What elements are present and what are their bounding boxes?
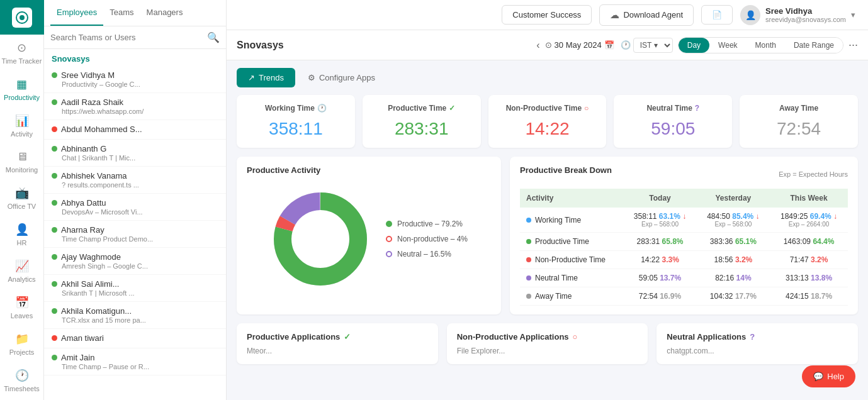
status-dot (52, 72, 57, 78)
breakdown-card: Productive Break Down Exp = Expected Hou… (510, 157, 858, 314)
middle-row: Productive Activity (237, 157, 858, 314)
row-dot (526, 218, 531, 223)
range-week-button[interactable]: Week (709, 38, 746, 53)
team-label: Snovasys (44, 49, 226, 66)
status-dot (52, 173, 57, 179)
non-productive-apps-label: Non-Productive Applications (457, 332, 569, 342)
status-dot (52, 227, 57, 233)
configure-icon: ⚙ (308, 73, 315, 82)
range-daterange-button[interactable]: Date Range (785, 38, 843, 53)
nav-item-monitoring[interactable]: 🖥 Monitoring (0, 144, 43, 180)
sub-topbar: ↗ Trends ⚙ Configure Apps (237, 68, 858, 87)
nav-item-projects[interactable]: 📁 Projects (0, 326, 43, 362)
prev-date-button[interactable]: ‹ (534, 38, 542, 52)
tab-buttons: ↗ Trends ⚙ Configure Apps (237, 68, 386, 87)
list-item[interactable]: Akhila Komatigun... TCR.xlsx and 15 more… (44, 302, 226, 329)
stats-row: Working Time 🕐 358:11 Productive Time ✓ … (237, 95, 858, 148)
nav-item-timesheets[interactable]: 🕐 Timesheets (0, 362, 43, 399)
breakdown-table: Activity Today Yesterday This Week Worki… (520, 189, 848, 306)
col-yesterday: Yesterday (697, 189, 770, 208)
productive-apps-label: Productive Applications (247, 332, 340, 342)
bottom-row: Productive Applications ✓ Mteor... Non-P… (237, 323, 858, 364)
breakdown-header: Productive Break Down Exp = Expected Hou… (520, 165, 848, 182)
neutral-apps-label: Neutral Applications (667, 332, 746, 342)
list-item[interactable]: Aman tiwari (44, 329, 226, 348)
productive-apps-icon: ✓ (344, 332, 351, 342)
nav-item-analytics[interactable]: 📈 Analytics (0, 253, 43, 289)
calendar-picker-icon[interactable]: 📅 (604, 40, 614, 50)
productivity-icon: ▦ (16, 77, 27, 91)
tab-configure-apps-button[interactable]: ⚙ Configure Apps (296, 68, 386, 87)
col-today: Today (623, 189, 696, 208)
working-time-value: 358:11 (247, 119, 345, 139)
tab-configure-label: Configure Apps (319, 73, 375, 82)
status-dot (52, 99, 57, 105)
status-dot (52, 146, 57, 152)
list-item[interactable]: Abhishek Vanama ? results.component.ts .… (44, 167, 226, 194)
nav-item-productivity[interactable]: ▦ Productivity (0, 71, 43, 108)
user-info: 👤 Sree Vidhya sreevidya@snovasys.com ▾ (740, 5, 855, 25)
tab-teams[interactable]: Teams (103, 0, 140, 26)
tab-managers[interactable]: Managers (140, 0, 189, 26)
nav-label-monitoring: Monitoring (6, 166, 38, 174)
hr-icon: 👤 (15, 223, 29, 236)
list-item[interactable]: Abhinanth G Chat | Srikanth T | Mic... (44, 140, 226, 167)
nav-label-projects: Projects (9, 348, 35, 356)
list-item[interactable]: Ajay Waghmode Amresh Singh – Google C... (44, 248, 226, 275)
nav-label-activity: Activity (11, 130, 33, 138)
list-item[interactable]: Akhil Sai Alimi... Srikanth T | Microsof… (44, 275, 226, 302)
nav-label-office-tv: Office TV (8, 203, 36, 210)
activity-icon: 📊 (15, 114, 29, 128)
download-agent-button[interactable]: ☁ Download Agent (599, 4, 694, 26)
date-display: 30 May 2024 (555, 40, 602, 50)
status-dot (52, 355, 57, 360)
list-item[interactable]: Aharna Ray Time Champ Product Demo... (44, 221, 226, 248)
productive-activity-card: Productive Activity (237, 157, 501, 314)
legend-dot-non-productive (386, 236, 392, 242)
away-time-label: Away Time (779, 104, 818, 113)
tab-trends-button[interactable]: ↗ Trends (237, 68, 295, 87)
search-input[interactable] (50, 33, 203, 42)
table-row: Working Time 358:11 63.1% ↓ Exp – 568:00… (520, 208, 848, 233)
doc-button[interactable]: 📄 (701, 5, 733, 25)
list-item[interactable]: Aadil Raza Shaik https://web.whatsapp.co… (44, 93, 226, 120)
productive-time-label: Productive Time (388, 104, 446, 113)
list-item[interactable]: Abdul Mohammed S... (44, 120, 226, 140)
svg-point-6 (293, 211, 348, 267)
dropdown-icon[interactable]: ▾ (851, 10, 855, 19)
more-options-button[interactable]: ··· (848, 38, 858, 52)
nav-label-leaves: Leaves (11, 312, 33, 319)
list-item[interactable]: Sree Vidhya M Productivity – Google C... (44, 66, 226, 93)
list-item[interactable]: Abhya Dattu DevopsAv – Microsoft Vi... (44, 194, 226, 221)
help-button[interactable]: 💬 Help (802, 365, 855, 387)
stat-neutral-time: Neutral Time ? 59:05 (614, 95, 732, 148)
nav-item-office-tv[interactable]: 📺 Office TV (0, 180, 43, 216)
table-row: Neutral Time 59:05 13.7% 82:16 14% 313:1… (520, 269, 848, 287)
nav-item-leaves[interactable]: 📅 Leaves (0, 289, 43, 326)
range-month-button[interactable]: Month (747, 38, 785, 53)
range-day-button[interactable]: Day (679, 38, 709, 53)
nav-item-time-tracker[interactable]: ⊙ Time Tracker (0, 35, 43, 71)
status-dot (52, 200, 57, 206)
neutral-apps-placeholder: chatgpt.com... (667, 347, 848, 355)
row-dot (526, 257, 531, 262)
nav-label-hr: HR (17, 239, 27, 247)
timezone-select[interactable]: IST ▾ UTC EST (633, 38, 673, 53)
date-nav: ‹ ⊙ 30 May 2024 📅 🕐 IST ▾ UTC EST (534, 38, 673, 53)
neutral-time-label: Neutral Time (646, 104, 692, 113)
timesheets-icon: 🕐 (15, 369, 29, 382)
working-time-label: Working Time (265, 104, 315, 113)
list-item[interactable]: Amit Jain Time Champ – Pause or R... (44, 348, 226, 375)
search-bar: 🔍 (44, 26, 226, 49)
monitoring-icon: 🖥 (16, 150, 28, 164)
nav-item-hr[interactable]: 👤 HR (0, 216, 43, 253)
legend-dot-neutral (386, 251, 392, 257)
chart-legend: Productive – 79.2% Non-productive – 4% N… (386, 219, 468, 258)
customer-success-button[interactable]: Customer Success (502, 5, 592, 25)
nav-item-activity[interactable]: 📊 Activity (0, 108, 43, 144)
legend-neutral: Neutral – 16.5% (386, 250, 468, 258)
neutral-icon: ? (695, 104, 699, 113)
sidebar-tabs: Employees Teams Managers (44, 0, 226, 26)
non-productive-icon: ○ (584, 104, 589, 113)
tab-employees[interactable]: Employees (50, 0, 103, 26)
